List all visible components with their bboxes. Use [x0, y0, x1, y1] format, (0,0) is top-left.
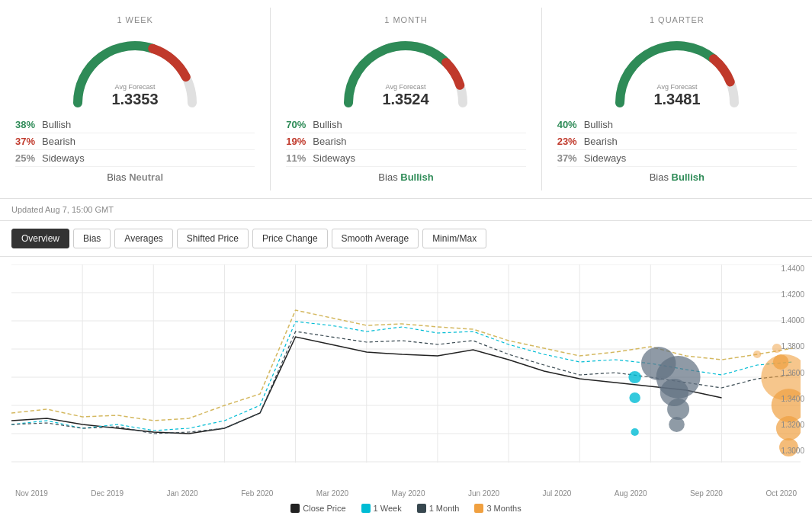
- bearish-label-0: Bearish: [42, 136, 75, 147]
- tab-minim-max[interactable]: Minim/Max: [422, 229, 486, 248]
- gauge-panel-2: 1 QUARTER Avg Forecast 1.3481 40% Bullis…: [542, 8, 812, 191]
- stats-table-1: 70% Bullish 19% Bearish 11% Sideways: [286, 117, 525, 167]
- bullish-label-2: Bullish: [584, 119, 613, 130]
- bearish-row-0: 37% Bearish: [15, 133, 255, 150]
- bullish-label-0: Bullish: [42, 119, 71, 130]
- tabs-bar: OverviewBiasAveragesShifted PricePrice C…: [0, 221, 812, 257]
- gauge-title-0: 1 WEEK: [117, 15, 153, 24]
- bearish-label-1: Bearish: [313, 136, 346, 147]
- sideways-pct-2: 37%: [557, 152, 584, 164]
- svg-point-30: [629, 392, 640, 403]
- svg-point-28: [669, 417, 685, 432]
- svg-point-38: [753, 351, 761, 358]
- sideways-pct-0: 25%: [15, 152, 42, 164]
- gauge-panel-0: 1 WEEK Avg Forecast 1.3353 38% Bullish 3…: [0, 8, 271, 191]
- gauge-svg-0: Avg Forecast 1.3353: [66, 30, 204, 114]
- svg-point-29: [628, 371, 641, 383]
- tab-averages[interactable]: Averages: [114, 229, 172, 248]
- bearish-pct-1: 19%: [286, 136, 313, 147]
- sideways-pct-1: 11%: [286, 152, 313, 164]
- tab-shifted-price[interactable]: Shifted Price: [177, 229, 249, 248]
- sideways-row-1: 11% Sideways: [286, 150, 525, 167]
- tab-price-change[interactable]: Price Change: [252, 229, 328, 248]
- svg-text:1.3353: 1.3353: [112, 91, 159, 107]
- legend-color: [474, 504, 483, 513]
- gauge-panels: 1 WEEK Avg Forecast 1.3353 38% Bullish 3…: [0, 0, 812, 199]
- bullish-pct-0: 38%: [15, 119, 42, 130]
- bearish-label-2: Bearish: [584, 136, 618, 147]
- tab-smooth-average[interactable]: Smooth Average: [332, 229, 419, 248]
- legend-label: Close Price: [303, 504, 345, 513]
- gauge-svg-2: Avg Forecast 1.3481: [608, 30, 746, 114]
- legend-close-price: Close Price: [290, 504, 345, 513]
- stats-table-2: 40% Bullish 23% Bearish 37% Sideways: [557, 117, 797, 167]
- svg-text:Avg Forecast: Avg Forecast: [115, 83, 156, 91]
- sideways-label-1: Sideways: [313, 152, 355, 164]
- bearish-row-1: 19% Bearish: [286, 133, 525, 150]
- updated-bar: Updated Aug 7, 15:00 GMT: [0, 199, 812, 221]
- bullish-row-2: 40% Bullish: [557, 117, 797, 133]
- legend-1-month: 1 Month: [417, 504, 460, 513]
- svg-text:Avg Forecast: Avg Forecast: [656, 83, 697, 91]
- bias-row-2: Bias Bullish: [650, 171, 704, 183]
- svg-point-27: [667, 399, 689, 420]
- tab-overview[interactable]: Overview: [11, 229, 69, 248]
- gauge-panel-1: 1 MONTH Avg Forecast 1.3524 70% Bullish …: [271, 8, 541, 191]
- svg-point-32: [772, 344, 782, 353]
- sideways-row-0: 25% Sideways: [15, 150, 255, 167]
- bearish-pct-0: 37%: [15, 136, 42, 147]
- gauge-container-2: Avg Forecast 1.3481: [608, 30, 746, 107]
- bias-row-0: Bias Neutral: [107, 171, 163, 183]
- gauge-title-2: 1 QUARTER: [650, 15, 704, 24]
- sideways-row-2: 37% Sideways: [557, 150, 797, 167]
- legend-label: 3 Months: [486, 504, 521, 513]
- bullish-pct-2: 40%: [557, 119, 584, 130]
- svg-text:Avg Forecast: Avg Forecast: [386, 83, 426, 91]
- y-axis: 1.4400 1.4200 1.4000 1.3800 1.3600 1.340…: [781, 264, 804, 455]
- updated-text: Updated Aug 7, 15:00 GMT: [11, 205, 114, 214]
- gauge-container-1: Avg Forecast 1.3524: [337, 30, 474, 107]
- legend-label: 1 Month: [429, 504, 460, 513]
- legend-3-months: 3 Months: [474, 504, 521, 513]
- chart-area: 1.4400 1.4200 1.4000 1.3800 1.3600 1.340…: [0, 257, 812, 493]
- svg-text:1.3524: 1.3524: [383, 91, 430, 107]
- legend-1-week: 1 Week: [361, 504, 402, 513]
- bearish-row-2: 23% Bearish: [557, 133, 797, 150]
- bias-value-1: Bullish: [400, 171, 433, 183]
- gauge-title-1: 1 MONTH: [384, 15, 428, 24]
- sideways-label-0: Sideways: [42, 152, 85, 164]
- chart-svg: [11, 264, 801, 463]
- bias-value-2: Bullish: [672, 171, 704, 183]
- bullish-label-1: Bullish: [313, 119, 342, 130]
- svg-text:1.3481: 1.3481: [653, 91, 700, 107]
- bearish-pct-2: 23%: [557, 136, 584, 147]
- svg-point-31: [631, 428, 638, 436]
- gauge-container-0: Avg Forecast 1.3353: [66, 30, 204, 107]
- bias-value-0: Neutral: [129, 171, 163, 183]
- tab-bias[interactable]: Bias: [73, 229, 111, 248]
- bullish-pct-1: 70%: [286, 119, 313, 130]
- legend-bar: Close Price1 Week1 Month3 Months: [0, 504, 812, 513]
- legend-color: [290, 504, 300, 513]
- sideways-label-2: Sideways: [584, 152, 627, 164]
- stats-table-0: 38% Bullish 37% Bearish 25% Sideways: [15, 117, 255, 167]
- legend-color: [361, 504, 371, 513]
- legend-color: [417, 504, 426, 513]
- bullish-row-1: 70% Bullish: [286, 117, 525, 133]
- gauge-svg-1: Avg Forecast 1.3524: [337, 30, 474, 114]
- bullish-row-0: 38% Bullish: [15, 117, 255, 133]
- bias-row-1: Bias Bullish: [378, 171, 433, 183]
- legend-label: 1 Week: [374, 504, 402, 513]
